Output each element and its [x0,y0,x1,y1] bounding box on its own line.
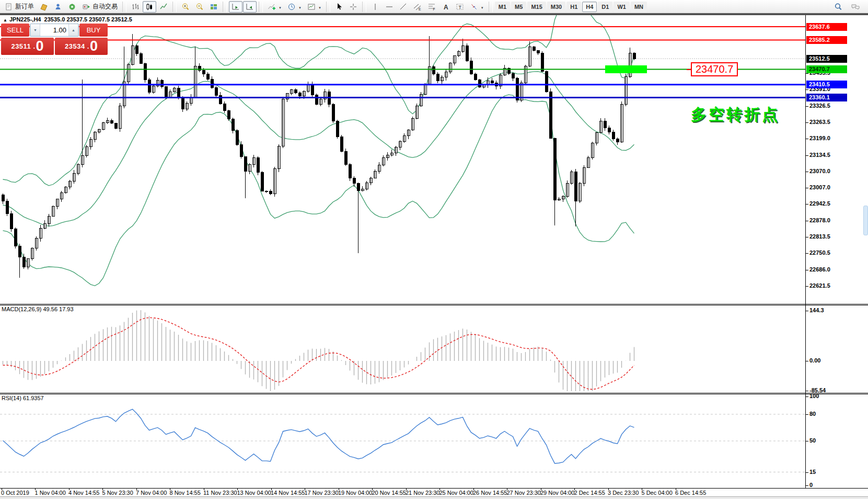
line-chart-icon [159,3,168,11]
tile-windows-button[interactable] [207,1,221,13]
time-label: 20 Nov 14:55 [372,490,406,496]
chart-title: JPN225-,H4 23535.0 23537.5 23507.5 23512… [3,16,132,22]
bar-chart-icon [131,3,140,11]
price-tick-label: 22686.0 [809,266,830,273]
timeframe-button-h4[interactable]: H4 [582,2,597,12]
volume-input[interactable] [40,24,68,36]
time-label: 5 Dec 04:00 [642,490,673,496]
vertical-line-button[interactable] [368,1,382,13]
toolbar-separator [259,2,263,12]
toolbar-separator [326,2,330,12]
timeframe-button-d1[interactable]: D1 [598,2,612,12]
rsi-axis-label: 0 [809,482,813,488]
line-chart-button[interactable] [157,1,170,13]
text-button[interactable]: A [439,1,453,13]
cursor-button[interactable] [332,1,346,13]
market-watch-icon [54,3,62,11]
price-badge: 23637.6 [806,23,847,31]
vertical-line-icon [371,3,379,11]
metaeditor-button[interactable] [37,1,51,13]
indicators-caret-icon [278,3,282,10]
volume-increase-button[interactable]: ▲ [68,24,78,36]
price-tick-label: 23263.5 [809,119,830,125]
time-label: 13 Nov 04:00 [237,490,271,496]
timeframe-button-m30[interactable]: M30 [547,2,565,12]
sell-price-main: 23511 . [11,42,35,50]
autotrading-button[interactable]: 自动交易 [79,1,120,13]
timeframe-button-w1[interactable]: W1 [614,2,630,12]
toolbar-right-group [831,1,866,13]
templates-button[interactable] [305,1,324,13]
price-badge: 23470.7 [806,65,847,73]
chart-shift-icon [246,3,254,11]
chart-ohlc-readout: 23535.0 23537.5 23507.5 23512.5 [44,16,132,22]
buy-button[interactable]: BUY [79,24,108,37]
svg-text:E: E [419,7,421,11]
sell-price-big-digit: 0 [36,39,44,53]
macd-axis-label: 144.3 [809,307,824,313]
arrows-button[interactable] [467,1,487,13]
volume-decrease-button[interactable]: ▼ [30,24,40,36]
autotrading-icon [82,3,90,11]
timeframe-button-mn[interactable]: MN [631,2,647,12]
auto-scroll-button[interactable] [229,1,242,13]
price-tick-label: 23199.0 [809,135,830,141]
text-label-icon: T [456,3,464,11]
candlestick-chart-icon [145,3,154,11]
toolbar-separator [223,2,227,12]
signals-button[interactable] [65,1,79,13]
chat-button[interactable] [848,1,863,13]
toolbar-separator [489,2,493,12]
rsi-axis-label: 80 [809,411,816,417]
timeframe-group: M1M5M15M30H1H4D1W1MN [495,2,647,12]
zoom-in-button[interactable] [179,1,192,13]
zoom-out-button[interactable] [193,1,206,13]
text-label-button[interactable]: T [453,1,467,13]
signals-icon [68,3,76,11]
price-badge: 23360.1 [806,94,847,101]
turning-point-annotation: 多空转折点 [691,104,780,126]
new-order-label: 新订单 [15,2,34,11]
bar-chart-button[interactable] [129,1,142,13]
auto-scroll-icon [232,3,240,11]
candlestick-chart-button[interactable] [143,1,156,13]
chart-shift-button[interactable] [243,1,257,13]
rsi-axis-label: 50 [809,437,816,444]
time-label: 2 Dec 14:55 [574,490,605,496]
horizontal-line-button[interactable] [383,1,396,13]
search-icon [834,3,842,11]
timeframe-button-m5[interactable]: M5 [511,2,526,12]
trendline-button[interactable] [397,1,410,13]
clock-icon [287,3,296,11]
volume-stepper: ▼ ▲ [30,24,79,37]
periods-button[interactable] [285,1,304,13]
sell-button[interactable]: SELL [1,24,29,37]
highlight-zone [605,65,647,73]
template-icon [307,3,316,11]
new-order-button[interactable]: 新订单 [2,1,37,13]
periods-caret-icon [298,3,302,10]
crosshair-button[interactable] [346,1,360,13]
macd-indicator-label: MACD(12,26,9) 49.56 17.93 [2,306,74,312]
svg-text:F: F [433,7,435,11]
price-tick-label: 22750.5 [809,249,830,256]
timeframe-button-m1[interactable]: M1 [495,2,510,12]
vertical-scrollbar-thumb[interactable] [863,206,868,235]
rsi-axis-label: 100 [809,393,819,399]
trendline-icon [399,3,408,11]
price-tick-label: 22942.5 [809,200,830,207]
search-button[interactable] [831,1,845,13]
cursor-icon [335,3,343,11]
fibonacci-button[interactable]: F [425,1,438,13]
market-watch-button[interactable] [51,1,65,13]
channel-button[interactable]: E [411,1,424,13]
timeframe-button-h1[interactable]: H1 [566,2,581,12]
equidistant-channel-icon: E [413,3,422,11]
time-label: 4 Nov 14:55 [68,490,99,496]
buy-price-button[interactable]: 23534 .0 [55,38,108,55]
timeframe-button-m15[interactable]: M15 [527,2,546,12]
sell-price-button[interactable]: 23511 .0 [1,38,54,55]
toolbar-separator [172,2,177,12]
rsi-indicator-label: RSI(14) 61.9357 [2,395,44,401]
indicators-button[interactable] [265,1,284,13]
